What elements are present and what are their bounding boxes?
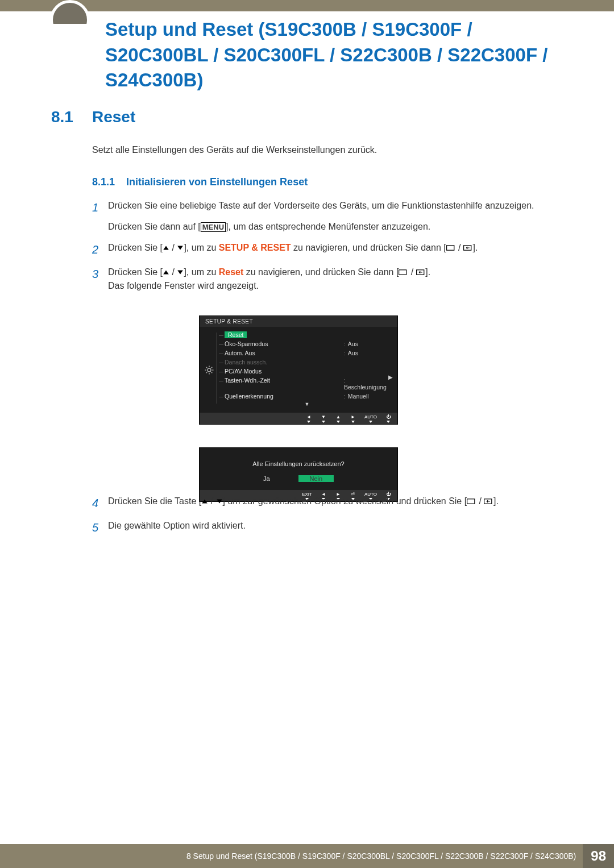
caret-down-icon (177, 244, 184, 251)
caret-down-icon (216, 498, 223, 505)
svg-line-12 (211, 367, 213, 368)
step-text: Drücken Sie eine beliebige Taste auf der… (108, 199, 580, 213)
step-3: 3 Drücken Sie [ / ], um zu Reset zu navi… (92, 265, 580, 294)
osd-btn-auto: AUTO (364, 414, 377, 420)
footer-text: 8 Setup und Reset (S19C300B / S19C300F /… (186, 852, 583, 861)
subsection-number: 8.1.1 (92, 176, 115, 188)
osd-confirm-question: Alle Einstellungen zurücksetzen? (200, 459, 397, 475)
step-number: 5 (92, 519, 108, 537)
osd-item-list: Reset Öko-SparmodusAus Autom. AusAus Dan… (219, 329, 394, 410)
osd-illustration: SETUP & RESET Reset Öko-SparmodusAus Aut… (199, 315, 398, 502)
subsection-heading: 8.1.1 Initialisieren von Einstellungen R… (92, 176, 308, 188)
chapter-badge-icon (50, 0, 90, 40)
svg-rect-13 (467, 499, 475, 504)
osd-btn-power-icon: ⏻ (385, 414, 392, 420)
source-icon (467, 498, 476, 505)
menu-label: MENU (201, 222, 226, 232)
enter-icon (416, 269, 426, 276)
gear-icon (203, 327, 215, 413)
osd-row: Öko-SparmodusAus (225, 339, 389, 348)
step-4: 4 Drücken Sie die Taste [ / ] um zur gew… (92, 495, 580, 512)
step-number: 1 (92, 199, 108, 234)
header-band (0, 0, 614, 11)
intro-text: Setzt alle Einstellungen des Geräts auf … (92, 145, 580, 155)
osd-row-disabled: Danach aussch. (225, 358, 389, 367)
steps-list: 1 Drücken Sie eine beliebige Taste auf d… (92, 199, 580, 300)
osd-header: SETUP & RESET (200, 316, 397, 327)
caret-down-icon (177, 269, 184, 276)
svg-line-10 (211, 372, 213, 373)
svg-rect-0 (446, 245, 454, 250)
osd-btn-left-icon: ◄ (305, 414, 312, 420)
osd-btn-right-icon: ► (350, 414, 356, 420)
osd-btn-up-icon: ▲ (335, 414, 342, 420)
step-1: 1 Drücken Sie eine beliebige Taste auf d… (92, 199, 580, 234)
subsection-title: Initialisieren von Einstellungen Reset (126, 176, 308, 188)
osd-confirm-dialog: Alle Einstellungen zurücksetzen? Ja Nein… (199, 447, 398, 502)
osd-row: Tasten-Wdh.-ZeitBeschleunigung (225, 376, 389, 392)
enter-icon (484, 498, 493, 505)
enter-icon (463, 244, 473, 251)
source-icon (446, 244, 456, 251)
osd-row: QuellenerkennungManuell (225, 392, 389, 401)
step-number: 3 (92, 265, 108, 294)
step-number: 2 (92, 241, 108, 259)
section-title: Reset (92, 108, 135, 126)
osd-confirm-yes: Ja (263, 475, 270, 482)
svg-line-9 (206, 367, 208, 368)
svg-point-4 (208, 368, 211, 372)
step-text: Drücken Sie [ / ], um zu SETUP & RESET z… (108, 241, 580, 259)
source-icon (399, 269, 408, 276)
caret-down-icon: ▼ (225, 401, 389, 408)
caret-up-icon (163, 244, 169, 251)
step-5: 5 Die gewählte Option wird aktiviert. (92, 519, 580, 537)
step-text: Die gewählte Option wird aktiviert. (108, 519, 580, 537)
osd-tree-line (217, 333, 217, 404)
osd-btn-down-icon: ▼ (320, 414, 327, 420)
step-text: Drücken Sie [ / ], um zu Reset zu navigi… (108, 265, 580, 280)
section-number: 8.1 (51, 108, 73, 126)
page-title: Setup und Reset (S19C300B / S19C300F / S… (105, 17, 580, 93)
caret-up-icon (201, 498, 208, 505)
osd-menu-panel: SETUP & RESET Reset Öko-SparmodusAus Aut… (199, 315, 398, 425)
osd-confirm-no: Nein (298, 475, 334, 482)
step-text: Drücken Sie die Taste [ / ] um zur gewün… (108, 495, 580, 512)
footer-band: 8 Setup und Reset (S19C300B / S19C300F /… (0, 844, 614, 868)
step-number: 4 (92, 495, 108, 512)
osd-footer-buttons: ◄ ▼ ▲ ► AUTO ⏻ (200, 413, 397, 424)
svg-rect-2 (399, 269, 406, 274)
osd-row: Autom. AusAus (225, 348, 389, 358)
caret-up-icon (163, 269, 169, 276)
step-text: Drücken Sie dann auf [MENU], um das ents… (108, 220, 580, 234)
step-note: Das folgende Fenster wird angezeigt. (108, 279, 580, 293)
step-2: 2 Drücken Sie [ / ], um zu SETUP & RESET… (92, 241, 580, 259)
page-number: 98 (583, 844, 614, 868)
svg-line-11 (206, 372, 208, 373)
osd-row: PC/AV-Modus (225, 367, 389, 376)
osd-row-reset: Reset (225, 330, 389, 339)
caret-right-icon: ▶ (388, 374, 393, 380)
steps-list-lower: 4 Drücken Sie die Taste [ / ] um zur gew… (92, 495, 580, 543)
